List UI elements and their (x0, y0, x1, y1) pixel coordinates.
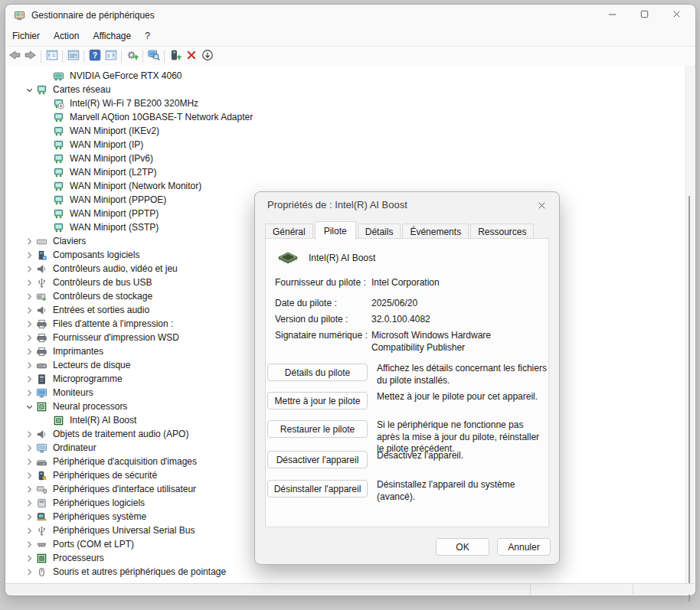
tree-item-label: Contrôleurs de stockage (51, 291, 154, 302)
chevron-right-icon[interactable] (23, 235, 35, 247)
help-button[interactable]: ? (87, 48, 103, 65)
menu-affichage[interactable]: Affichage (86, 28, 138, 44)
forward-button[interactable] (22, 48, 38, 65)
toolbar-separator (121, 51, 122, 63)
field-value: 2025/06/20 (371, 298, 545, 310)
device-name: Intel(R) AI Boost (309, 253, 375, 263)
printer-icon (35, 318, 47, 330)
chevron-right-icon[interactable] (23, 469, 35, 481)
usb-icon (35, 276, 47, 289)
maximize-button[interactable] (628, 5, 660, 26)
chevron-right-icon[interactable] (23, 455, 35, 468)
roll-back-driver-button[interactable]: Restaurer le pilote (267, 420, 368, 438)
chevron-right-icon[interactable] (23, 263, 35, 275)
software-component-icon (35, 249, 47, 261)
device-up-button[interactable] (167, 48, 183, 65)
chevron-down-icon[interactable] (23, 83, 35, 96)
properties-button[interactable] (65, 48, 81, 65)
properties-dialog: Propriétés de : Intel(R) AI Boost Généra… (254, 191, 560, 565)
menu-action[interactable]: Action (47, 28, 86, 44)
driver-field-row: Signataire numérique :Microsoft Windows … (275, 330, 545, 354)
disable-button[interactable] (199, 48, 215, 65)
disable-icon (201, 48, 214, 65)
printer-icon (35, 345, 47, 357)
menu-fichier[interactable]: Fichier (5, 28, 47, 44)
tree-item-36[interactable]: Souris et autres périphériques de pointa… (6, 565, 685, 579)
chevron-right-icon[interactable] (23, 566, 35, 578)
tree-item-2[interactable]: Intel(R) Wi-Fi 7 BE200 320MHz (6, 96, 685, 110)
update-driver-button[interactable]: Mettre à jour le pilote (267, 392, 368, 409)
ok-button[interactable]: OK (436, 538, 489, 556)
tree-item-0[interactable]: NVIDIA GeForce RTX 4060 (6, 69, 685, 83)
tree-item-label: Périphériques système (51, 511, 148, 522)
chevron-right-icon[interactable] (23, 276, 35, 289)
tab-general[interactable]: Général (265, 223, 313, 240)
console-tree-button[interactable] (44, 48, 60, 65)
tree-item-3[interactable]: Marvell AQtion 10GBASE-T Network Adapter (6, 110, 685, 124)
tree-item-7[interactable]: WAN Miniport (L2TP) (6, 165, 685, 179)
action-description: Désinstallez l'appareil du système (avan… (377, 479, 547, 503)
network-adapter-icon (52, 139, 64, 151)
minimize-button[interactable] (596, 5, 628, 26)
chevron-right-icon[interactable] (23, 345, 35, 357)
chevron-right-icon[interactable] (23, 373, 35, 385)
menu-help[interactable]: ? (138, 28, 157, 44)
tree-item-label: WAN Miniport (Network Monitor) (68, 181, 203, 191)
field-value: Microsoft Windows Hardware Compatibility… (371, 330, 545, 354)
chevron-right-icon[interactable] (23, 524, 35, 537)
tree-scrollbar[interactable] (685, 66, 695, 584)
field-value: 32.0.100.4082 (371, 314, 545, 326)
back-button[interactable] (6, 48, 22, 65)
chevron-right-icon[interactable] (23, 318, 35, 330)
chevron-right-icon[interactable] (23, 387, 35, 399)
security-device-icon (35, 469, 47, 481)
export-list-button[interactable] (103, 48, 119, 65)
tab-evenements[interactable]: Événements (402, 223, 469, 240)
tree-item-1[interactable]: Cartes réseau (6, 83, 685, 96)
update-driver-button[interactable] (124, 48, 140, 65)
tab-ressources[interactable]: Ressources (470, 223, 534, 240)
scrollbar-thumb[interactable] (689, 196, 690, 602)
chevron-right-icon[interactable] (23, 538, 35, 550)
toolbar-separator (83, 51, 84, 63)
chevron-right-icon[interactable] (23, 331, 35, 344)
chevron-right-icon[interactable] (23, 497, 35, 509)
uninstall-device-button[interactable]: Désinstaller l'appareil (267, 480, 368, 497)
toolbar-separator (62, 51, 63, 63)
tab-pilote[interactable]: Pilote (315, 221, 356, 240)
chevron-right-icon[interactable] (23, 290, 35, 302)
driver-details-button[interactable]: Détails du pilote (267, 364, 368, 381)
chevron-right-icon[interactable] (23, 483, 35, 495)
usb-icon (35, 524, 47, 537)
tree-item-label: Lecteurs de disque (51, 360, 132, 370)
tree-item-label: Périphérique d'acquisition d'images (51, 456, 198, 467)
maximize-icon (639, 8, 650, 23)
speaker-icon (35, 428, 47, 440)
chevron-right-icon[interactable] (23, 304, 35, 316)
tree-item-label: WAN Miniport (PPTP) (68, 208, 160, 219)
chevron-right-icon[interactable] (23, 442, 35, 454)
action-description: Affichez les détails concernant les fich… (377, 363, 547, 387)
tree-item-6[interactable]: WAN Miniport (IPv6) (6, 152, 685, 165)
disable-device-button[interactable]: Désactiver l'appareil (267, 451, 368, 468)
uninstall-button[interactable] (183, 48, 199, 65)
close-button[interactable] (660, 5, 692, 26)
tree-item-5[interactable]: WAN Miniport (IP) (6, 138, 685, 152)
title-bar[interactable]: Gestionnaire de périphériques (5, 5, 695, 26)
chevron-right-icon[interactable] (23, 428, 35, 440)
tree-item-4[interactable]: WAN Miniport (IKEv2) (6, 124, 685, 138)
chevron-down-icon[interactable] (23, 400, 35, 413)
tab-strip: GénéralPiloteDétailsÉvénementsRessources (265, 221, 535, 240)
tab-details[interactable]: Détails (358, 223, 401, 240)
chevron-right-icon[interactable] (23, 552, 35, 564)
scan-hardware-button[interactable] (146, 48, 162, 65)
dialog-title: Propriétés de : Intel(R) AI Boost (267, 199, 407, 210)
tree-item-label: Périphériques de sécurité (51, 470, 159, 481)
chevron-right-icon[interactable] (23, 249, 35, 261)
tree-item-label: Marvell AQtion 10GBASE-T Network Adapter (68, 112, 254, 122)
cancel-button[interactable]: Annuler (497, 538, 551, 556)
tree-item-label: WAN Miniport (SSTP) (68, 222, 160, 233)
dialog-close-button[interactable] (532, 197, 551, 214)
chevron-right-icon[interactable] (23, 359, 35, 371)
chevron-right-icon[interactable] (23, 511, 35, 523)
